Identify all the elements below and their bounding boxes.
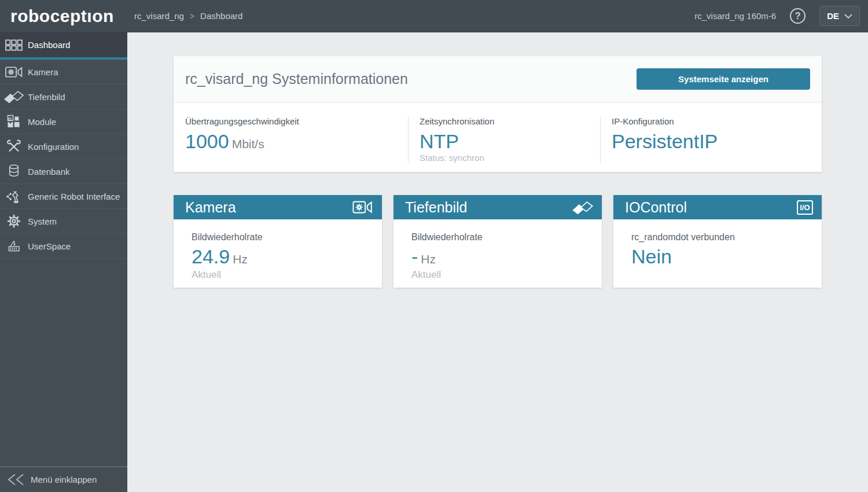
card-unit: Hz (421, 252, 436, 266)
breadcrumb: rc_visard_ng > Dashboard (134, 11, 242, 21)
gear-icon (3, 212, 24, 230)
card-value: 24.9 (192, 246, 230, 267)
sidebar-item-kamera[interactable]: Kamera (0, 60, 127, 85)
kamera-card: Kamera (174, 195, 382, 288)
double-chevron-left-icon (7, 473, 25, 486)
metric-transfer-speed: Übertragungsgeschwindigkeit 1000 Mbit/s (185, 116, 408, 163)
language-label: DE (827, 11, 839, 21)
system-info-card: rc_visard_ng Systeminformationen Systems… (174, 56, 822, 172)
camera-icon (352, 200, 373, 215)
sidebar-item-label: Dashboard (28, 40, 70, 50)
robot-arm-icon (3, 188, 24, 205)
tiefenbild-card-header[interactable]: Tiefenbild (393, 195, 602, 219)
metric-value: 1000 (185, 131, 229, 152)
breadcrumb-parent[interactable]: rc_visard_ng (134, 11, 184, 21)
app-root: roboceptıon rc_visard_ng > Dashboard rc_… (0, 0, 868, 492)
chevron-down-icon (844, 14, 852, 19)
sidebar-item-konfiguration[interactable]: Konfiguration (0, 134, 127, 159)
breadcrumb-separator: > (190, 12, 194, 21)
tiefenbild-card: Tiefenbild Bildwiederholrate - Hz (393, 195, 602, 288)
iocontrol-card-header[interactable]: IOControl I/O (613, 195, 822, 219)
top-bar: roboceptıon rc_visard_ng > Dashboard rc_… (0, 0, 868, 32)
dashboard-grid-icon (3, 36, 24, 54)
show-system-page-button[interactable]: Systemseite anzeigen (637, 68, 810, 90)
camera-icon (3, 63, 24, 80)
card-value: - (411, 246, 418, 267)
sidebar-item-label: System (28, 216, 57, 226)
topbar-right: rc_visard_ng 160m-6 ? DE (694, 6, 868, 26)
system-info-header: rc_visard_ng Systeminformationen Systems… (174, 56, 822, 102)
metric-ip-configuration: IP-Konfiguration PersistentIP (600, 116, 810, 163)
kamera-card-body: Bildwiederholrate 24.9 Hz Aktuell (174, 219, 382, 281)
sidebar-item-label: Kamera (28, 67, 58, 77)
sidebar-item-label: Tiefenbild (28, 92, 65, 102)
metric-unit: Mbit/s (232, 137, 264, 151)
card-value: Nein (631, 246, 672, 267)
collapse-menu-button[interactable]: Menü einklappen (0, 467, 127, 492)
card-unit: Hz (233, 252, 248, 266)
iocontrol-card: IOControl I/O rc_randomdot verbunden Nei… (613, 195, 822, 288)
kamera-card-header[interactable]: Kamera (174, 195, 382, 219)
puzzle-icon (3, 113, 24, 130)
collapse-menu-label: Menü einklappen (31, 475, 97, 484)
help-icon[interactable]: ? (790, 8, 806, 24)
depth-image-icon (572, 200, 593, 215)
sidebar-item-userspace[interactable]: UserSpace (0, 234, 127, 259)
tiefenbild-card-body: Bildwiederholrate - Hz Aktuell (393, 219, 602, 281)
sidebar-item-generic-robot-interface[interactable]: Generic Robot Interface (0, 184, 127, 209)
system-info-title: rc_visard_ng Systeminformationen (185, 71, 408, 87)
database-icon (3, 163, 24, 180)
io-icon: I/O (797, 200, 813, 215)
depth-image-icon (3, 88, 24, 105)
metric-value: PersistentIP (612, 131, 718, 152)
wrenches-icon (3, 138, 24, 155)
sidebar-item-label: Konfiguration (28, 142, 79, 152)
sidebar: Dashboard (0, 32, 127, 492)
sidebar-item-system[interactable]: System (0, 209, 127, 234)
device-name: rc_visard_ng 160m-6 (694, 11, 776, 21)
sidebar-item-module[interactable]: Module (0, 109, 127, 134)
iocontrol-card-body: rc_randomdot verbunden Nein (613, 219, 822, 269)
sidebar-item-datenbank[interactable]: Datenbank (0, 159, 127, 184)
system-metrics-row: Übertragungsgeschwindigkeit 1000 Mbit/s … (174, 102, 822, 163)
main-content: rc_visard_ng Systeminformationen Systems… (127, 32, 868, 492)
status-cards-row: Kamera (174, 195, 822, 288)
svg-text:I/O: I/O (800, 203, 810, 212)
language-selector[interactable]: DE (819, 6, 860, 26)
metric-value: NTP (420, 131, 459, 152)
metric-time-sync: Zeitsynchronisation NTP Status: synchron (408, 116, 600, 163)
sidebar-item-tiefenbild[interactable]: Tiefenbild (0, 85, 127, 109)
container-icon (3, 237, 24, 255)
sidebar-item-dashboard[interactable]: Dashboard (0, 32, 127, 60)
sidebar-item-label: UserSpace (28, 241, 71, 251)
sidebar-item-label: Module (28, 117, 56, 127)
roboception-logo[interactable]: roboceptıon (0, 6, 127, 26)
sidebar-item-label: Generic Robot Interface (28, 192, 120, 201)
breadcrumb-current[interactable]: Dashboard (200, 11, 242, 21)
sidebar-item-label: Datenbank (28, 167, 70, 177)
